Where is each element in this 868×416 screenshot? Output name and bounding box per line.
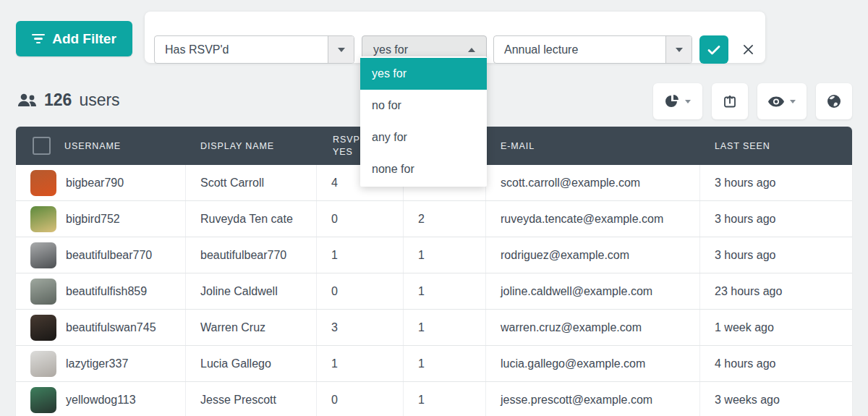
rsvp-other-cell: 1 [404,382,486,416]
rsvp-other-cell: 2 [404,201,486,237]
avatar [30,387,56,413]
column-header-username: USERNAME [64,141,121,151]
caret-down-icon [685,100,691,103]
last-seen-cell: 3 hours ago [700,201,852,237]
avatar [30,351,56,377]
table-body: bigbear790 Scott Carroll 4 2 scott.carro… [16,165,852,416]
rsvp-other-cell: 1 [404,310,486,345]
column-header-email: E-MAIL [501,141,535,151]
people-icon [17,93,37,107]
caret-up-icon [457,48,486,52]
rsvp-yes-cell: 0 [317,382,404,416]
filter-lines-icon [32,34,45,44]
display-name-cell: Jesse Prescott [186,382,317,416]
add-filter-button[interactable]: Add Filter [16,21,132,56]
apply-filter-button[interactable] [699,35,728,64]
username-cell: lazytiger337 [66,357,128,370]
username-cell: beautifulbear770 [66,249,152,262]
caret-down-icon [790,100,796,103]
table-row[interactable]: beautifulswan745 Warren Cruz 3 1 warren.… [16,310,852,346]
check-icon [707,45,720,55]
rsvp-other-cell: 1 [404,237,486,273]
table-row[interactable]: yellowdog113 Jesse Prescott 0 1 jesse.pr… [16,382,852,416]
username-cell: beautifulswan745 [66,321,156,334]
user-count-label: users [79,90,119,110]
avatar [30,315,56,341]
display-name-cell: Lucia Gallego [186,346,317,381]
last-seen-cell: 3 hours ago [700,165,852,200]
column-header-last-seen: LAST SEEN [715,141,770,151]
caret-down-icon [665,36,692,63]
display-name-cell: Scott Carroll [186,165,317,200]
table-row[interactable]: beautifulfish859 Joline Caldwell 0 1 jol… [16,273,852,310]
display-name-cell: Warren Cruz [186,310,317,345]
export-icon [723,94,737,109]
avatar [30,170,56,196]
remove-filter-button[interactable] [736,35,760,64]
operator-dropdown-menu: yes for no for any for none for [360,56,487,187]
language-button[interactable] [816,83,852,119]
email-cell: rodriguez@example.com [486,237,700,273]
email-cell: ruveyda.tencate@example.com [486,201,700,237]
username-cell: bigbear790 [66,177,124,190]
table-row[interactable]: lazytiger337 Lucia Gallego 1 1 lucia.gal… [16,346,852,382]
rsvp-yes-cell: 0 [317,273,404,309]
filter-field-value: Has RSVP'd [155,43,328,56]
display-name-cell: beautifulbear770 [186,237,317,273]
rsvp-yes-cell: 1 [317,346,404,381]
display-name-cell: Joline Caldwell [186,273,317,309]
table-row[interactable]: bigbird752 Ruveyda Ten cate 0 2 ruveyda.… [16,201,852,237]
username-cell: bigbird752 [66,213,120,226]
eye-icon [768,96,784,107]
dropdown-option-none-for[interactable]: none for [360,153,487,185]
rsvp-other-cell: 1 [404,346,486,381]
last-seen-cell: 4 hours ago [700,346,852,381]
rsvp-other-cell: 1 [404,273,486,309]
visibility-button[interactable] [757,83,807,119]
rsvp-yes-cell: 1 [317,237,404,273]
export-button[interactable] [712,83,748,119]
last-seen-cell: 1 week ago [700,310,852,345]
close-icon [743,44,754,55]
filter-bar: Has RSVP'd yes for Annual lecture [145,12,765,63]
user-count: 126 [44,90,72,110]
filter-field-select[interactable]: Has RSVP'd [154,35,354,64]
dropdown-option-no-for[interactable]: no for [360,90,487,122]
user-list-page: Add Filter Has RSVP'd yes for Annual lec… [0,0,868,416]
table-toolbar [653,83,852,119]
chart-button[interactable] [653,83,702,119]
table-row[interactable]: beautifulbear770 beautifulbear770 1 1 ro… [16,237,852,273]
avatar [30,206,56,232]
select-all-checkbox[interactable] [33,137,51,155]
globe-icon [827,94,841,109]
filter-operator-value: yes for [362,43,457,56]
username-cell: yellowdog113 [66,394,136,407]
email-cell: warren.cruz@example.com [486,310,700,345]
dropdown-option-any-for[interactable]: any for [360,122,487,153]
add-filter-label: Add Filter [52,31,116,47]
display-name-cell: Ruveyda Ten cate [186,201,317,237]
avatar [30,279,56,305]
email-cell: lucia.gallego@example.com [486,346,700,381]
filter-value-select[interactable]: Annual lecture [493,35,692,64]
email-cell: joline.caldwell@example.com [486,273,700,309]
pie-chart-icon [665,94,679,109]
email-cell: scott.carroll@example.com [486,165,700,200]
last-seen-cell: 3 hours ago [700,237,852,273]
filter-value-value: Annual lecture [494,43,665,56]
email-cell: jesse.prescott@example.com [486,382,700,416]
last-seen-cell: 3 weeks ago [700,382,852,416]
dropdown-option-yes-for[interactable]: yes for [360,58,487,90]
caret-down-icon [328,36,354,63]
username-cell: beautifulfish859 [66,285,147,298]
last-seen-cell: 23 hours ago [700,273,852,309]
avatar [30,242,56,268]
column-header-display-name: DISPLAY NAME [200,141,274,151]
rsvp-yes-cell: 0 [317,201,404,237]
rsvp-yes-cell: 3 [317,310,404,345]
user-count-summary: 126 users [17,89,120,111]
